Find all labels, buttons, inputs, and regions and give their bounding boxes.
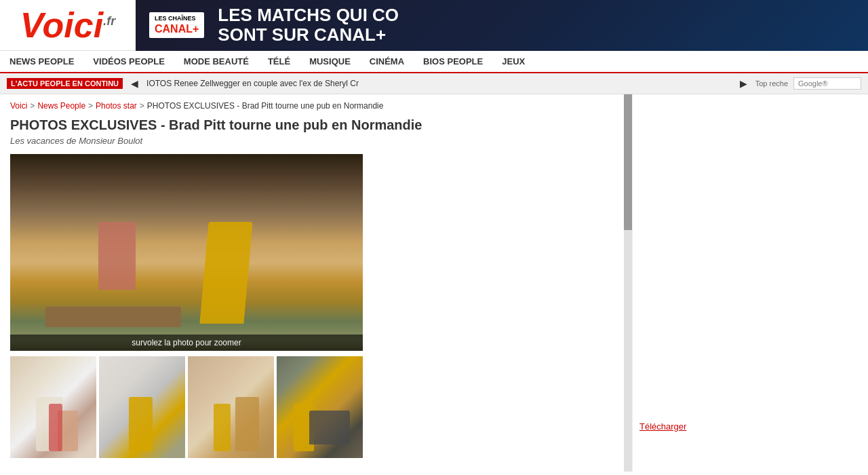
scrollbar-thumb[interactable] bbox=[624, 94, 632, 230]
search-input[interactable] bbox=[793, 77, 861, 90]
thumbnail-4[interactable] bbox=[277, 356, 363, 458]
ticker-prev[interactable]: ◀ bbox=[128, 78, 141, 89]
canal-brand: CANAL+ bbox=[155, 22, 199, 35]
photo-zoom-hint: survolez la photo pour zoomer bbox=[10, 335, 363, 351]
breadcrumb-sep2: > bbox=[88, 101, 93, 111]
logo-area[interactable]: Voici.fr bbox=[0, 1, 136, 50]
download-link[interactable]: Télécharger bbox=[639, 421, 686, 432]
nav-item-news-people[interactable]: NEWS PEOPLE bbox=[0, 51, 83, 72]
main-photo: survolez la photo pour zoomer bbox=[10, 154, 363, 351]
tagline-line2: SONT SUR CANAL+ bbox=[218, 25, 399, 45]
article-subtitle: Les vacances de Monsieur Boulot bbox=[10, 136, 614, 146]
search-label: Top reche bbox=[755, 79, 788, 88]
ticker-next[interactable]: ▶ bbox=[737, 78, 750, 89]
nav-item-tele[interactable]: TÉLÉ bbox=[258, 51, 300, 72]
nav-item-musique[interactable]: MUSIQUE bbox=[300, 51, 360, 72]
main-nav: NEWS PEOPLEVIDÉOS PEOPLEMODE BEAUTÉTÉLÉM… bbox=[0, 51, 868, 73]
tagline-line1: LES MATCHS QUI CO bbox=[218, 5, 399, 25]
logo-text: Voici bbox=[20, 5, 103, 45]
content-area: Voici > News People > Photos star > PHOT… bbox=[0, 94, 624, 472]
ticker-bar: L'ACTU PEOPLE EN CONTINU ◀ IOTOS Renee Z… bbox=[0, 73, 868, 94]
ticker-label: L'ACTU PEOPLE EN CONTINU bbox=[7, 78, 123, 89]
breadcrumb-current: PHOTOS EXCLUSIVES - Brad Pitt tourne une… bbox=[147, 101, 384, 111]
thumbnail-1[interactable] bbox=[10, 356, 96, 458]
nav-item-mode-beaute[interactable]: MODE BEAUTÉ bbox=[174, 51, 258, 72]
breadcrumb-photos-star[interactable]: Photos star bbox=[96, 101, 137, 111]
main-wrapper: Voici > News People > Photos star > PHOT… bbox=[0, 94, 868, 472]
thumbnail-2[interactable] bbox=[99, 356, 185, 458]
header: Voici.fr LES CHAÎNES CANAL+ LES MATCHS Q… bbox=[0, 0, 868, 51]
nav-item-jeux[interactable]: JEUX bbox=[492, 51, 534, 72]
thumbnail-strip bbox=[10, 356, 363, 458]
canal-logo: LES CHAÎNES CANAL+ bbox=[149, 12, 204, 38]
banner-tagline: LES MATCHS QUI CO SONT SUR CANAL+ bbox=[218, 5, 399, 44]
site-logo: Voici.fr bbox=[20, 7, 115, 43]
nav-item-bios-people[interactable]: BIOS PEOPLE bbox=[414, 51, 492, 72]
breadcrumb: Voici > News People > Photos star > PHOT… bbox=[10, 101, 614, 111]
right-sidebar: Télécharger bbox=[632, 94, 754, 472]
breadcrumb-news-people[interactable]: News People bbox=[37, 101, 85, 111]
banner-ad: LES CHAÎNES CANAL+ LES MATCHS QUI CO SON… bbox=[136, 0, 868, 51]
logo-suffix: .fr bbox=[103, 14, 115, 28]
main-photo-container: survolez la photo pour zoomer bbox=[10, 154, 363, 351]
nav-item-cinema[interactable]: CINÉMA bbox=[360, 51, 414, 72]
search-area: Top reche bbox=[755, 77, 861, 90]
canal-brand-text: CANAL+ bbox=[155, 23, 199, 35]
canal-line1: LES CHAÎNES bbox=[155, 15, 199, 22]
breadcrumb-voici[interactable]: Voici bbox=[10, 101, 27, 111]
ticker-text: IOTOS Renee Zellwegger en couple avec l'… bbox=[146, 79, 732, 88]
breadcrumb-sep1: > bbox=[30, 101, 35, 111]
article-title: PHOTOS EXCLUSIVES - Brad Pitt tourne une… bbox=[10, 117, 614, 133]
scrollbar[interactable] bbox=[624, 94, 632, 472]
breadcrumb-sep3: > bbox=[140, 101, 144, 111]
thumbnail-3[interactable] bbox=[188, 356, 274, 458]
nav-item-videos-people[interactable]: VIDÉOS PEOPLE bbox=[83, 51, 174, 72]
